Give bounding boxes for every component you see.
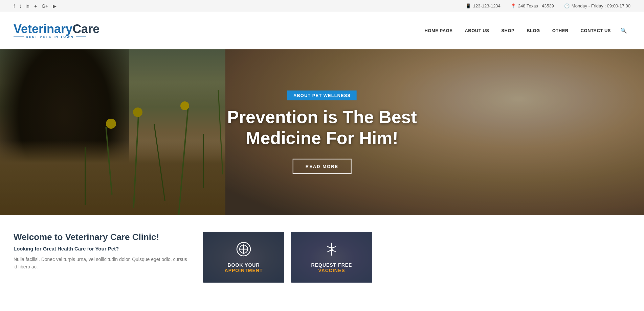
location-icon: 📍 — [511, 3, 516, 8]
card1-label-line1: BOOK YOUR — [227, 262, 260, 268]
nav-other[interactable]: OTHER — [546, 28, 575, 33]
hero-title-line1: Prevention is The Best — [227, 107, 417, 127]
card1-content: BOOK YOUR APPOINTMENT — [221, 238, 266, 277]
bottom-section: Welcome to Veterinary Care Clinic! Looki… — [0, 215, 644, 296]
logo-line-right — [76, 37, 86, 37]
hero-title: Prevention is The Best Medicine For Him! — [227, 106, 417, 149]
card2-label-line2: VACCINES — [318, 268, 345, 273]
hero-badge: ABOUT PET WELLNESS — [287, 91, 357, 100]
youtube-icon[interactable]: ▶ — [53, 3, 57, 9]
logo-tagline: BEST VETS IN TOWN — [26, 35, 74, 39]
nav-about[interactable]: ABOUT US — [459, 28, 495, 33]
card1-label: BOOK YOUR APPOINTMENT — [225, 262, 263, 273]
bottom-subheading: Looking for Great Health Care for Your P… — [14, 246, 190, 252]
bottom-heading: Welcome to Veterinary Care Clinic! — [14, 232, 190, 242]
hero-title-line2: Medicine For Him! — [246, 128, 398, 148]
hours-text: Monday - Friday : 09:00-17:00 — [572, 3, 630, 8]
bottom-text-area: Welcome to Veterinary Care Clinic! Looki… — [14, 232, 190, 271]
card2-label-line1: REQUEST FREE — [311, 262, 352, 268]
card1-label-line2: APPOINTMENT — [225, 268, 263, 273]
logo-text: VeterinaryCare — [14, 23, 99, 35]
phone-icon: 📱 — [466, 3, 471, 8]
cards-area: BOOK YOUR APPOINTMENT — [203, 232, 372, 283]
social-icons: f t in ● G+ ▶ — [14, 3, 57, 9]
phone-info: 📱 123-123-1234 — [466, 3, 501, 8]
bottom-body: Nulla facilisi. Donec vel turpis urna, v… — [14, 256, 190, 271]
main-nav: HOME PAGE ABOUT US SHOP BLOG OTHER CONTA… — [418, 27, 630, 34]
logo-part1: Veterinary — [14, 22, 72, 36]
twitter-icon[interactable]: t — [20, 3, 21, 9]
card2-label: REQUEST FREE VACCINES — [311, 262, 352, 273]
logo-line-left — [14, 37, 24, 37]
card2-content: REQUEST FREE VACCINES — [308, 238, 356, 277]
address-info: 📍 248 Texas , 43539 — [511, 3, 554, 8]
instagram-icon[interactable]: ● — [34, 3, 37, 9]
appointment-card[interactable]: BOOK YOUR APPOINTMENT — [203, 232, 284, 283]
top-bar: f t in ● G+ ▶ 📱 123-123-1234 📍 248 Texas… — [0, 0, 644, 12]
nav-homepage[interactable]: HOME PAGE — [418, 28, 459, 33]
hours-info: 🕐 Monday - Friday : 09:00-17:00 — [564, 3, 630, 8]
logo-divider: BEST VETS IN TOWN — [14, 35, 99, 39]
phone-number: 123-123-1234 — [473, 3, 501, 8]
search-icon[interactable]: 🔍 — [617, 27, 630, 34]
linkedin-icon[interactable]: in — [26, 3, 29, 9]
address-text: 248 Texas , 43539 — [518, 3, 554, 8]
hero-section: ABOUT PET WELLNESS Prevention is The Bes… — [0, 49, 644, 215]
googleplus-icon[interactable]: G+ — [42, 3, 48, 9]
contact-info: 📱 123-123-1234 📍 248 Texas , 43539 🕐 Mon… — [466, 3, 630, 8]
header: VeterinaryCare BEST VETS IN TOWN HOME PA… — [0, 12, 644, 49]
nav-blog[interactable]: BLOG — [520, 28, 546, 33]
vaccines-card[interactable]: REQUEST FREE VACCINES — [291, 232, 372, 283]
vaccines-icon — [311, 242, 352, 260]
logo[interactable]: VeterinaryCare BEST VETS IN TOWN — [14, 23, 99, 39]
hero-read-more-button[interactable]: READ MORE — [293, 159, 351, 174]
nav-contact[interactable]: CONTACT US — [575, 28, 617, 33]
logo-part2: Care — [72, 22, 99, 36]
nav-shop[interactable]: SHOP — [495, 28, 520, 33]
hero-content: ABOUT PET WELLNESS Prevention is The Bes… — [227, 91, 417, 174]
facebook-icon[interactable]: f — [14, 3, 15, 9]
appointment-icon — [225, 242, 263, 260]
clock-icon: 🕐 — [564, 3, 570, 8]
